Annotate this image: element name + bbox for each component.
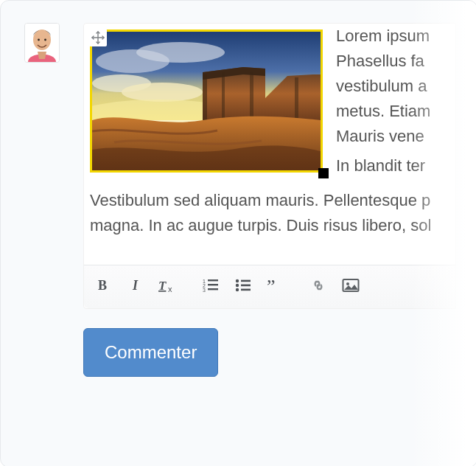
svg-point-24	[236, 279, 239, 282]
italic-button[interactable]: I	[119, 270, 152, 301]
svg-point-8	[122, 83, 203, 102]
svg-rect-13	[295, 77, 298, 120]
resize-handle-icon[interactable]	[318, 168, 329, 178]
svg-rect-25	[241, 279, 251, 282]
svg-text:T: T	[158, 279, 167, 293]
svg-rect-27	[241, 284, 251, 286]
svg-rect-12	[250, 72, 253, 120]
svg-text:3: 3	[203, 288, 206, 293]
blockquote-button[interactable]: ”	[259, 270, 292, 301]
move-handle-icon[interactable]	[89, 29, 107, 46]
svg-point-28	[236, 288, 239, 291]
svg-rect-10	[203, 74, 207, 120]
avatar	[24, 23, 60, 63]
svg-rect-23	[208, 288, 218, 290]
svg-text:I: I	[132, 278, 139, 293]
svg-point-26	[236, 284, 239, 287]
editor-text-top: Lorem ipsum Phasellus fa vestibulum a me…	[336, 27, 430, 145]
inserted-image[interactable]	[90, 29, 323, 173]
svg-point-3	[44, 39, 46, 41]
rich-text-editor[interactable]: Lorem ipsum Phasellus fa vestibulum a me…	[83, 23, 456, 309]
svg-rect-29	[241, 288, 251, 291]
svg-rect-21	[208, 284, 218, 285]
svg-text:B: B	[98, 278, 107, 293]
link-button[interactable]	[302, 270, 335, 301]
comment-compose-panel: Lorem ipsum Phasellus fa vestibulum a me…	[0, 0, 476, 466]
unordered-list-button[interactable]	[227, 270, 259, 301]
clear-format-button[interactable]: T x	[152, 270, 184, 301]
bold-button[interactable]: B	[87, 270, 119, 301]
svg-text:x: x	[168, 285, 172, 293]
svg-point-6	[136, 42, 225, 63]
svg-point-2	[38, 39, 40, 41]
svg-text:”: ”	[267, 278, 276, 293]
ordered-list-button[interactable]: 1 2 3	[195, 270, 227, 301]
submit-button-label: Commenter	[105, 342, 197, 362]
svg-rect-11	[222, 72, 225, 120]
editor-text-after-image: In blandit ter	[336, 156, 425, 175]
submit-button[interactable]: Commenter	[83, 328, 218, 377]
svg-point-32	[346, 282, 349, 285]
svg-rect-19	[208, 279, 218, 281]
image-button[interactable]	[335, 270, 367, 301]
editor-text-block: Vestibulum sed aliquam mauris. Pellentes…	[90, 191, 431, 234]
editor-toolbar: B I T x 1 2	[84, 265, 455, 308]
